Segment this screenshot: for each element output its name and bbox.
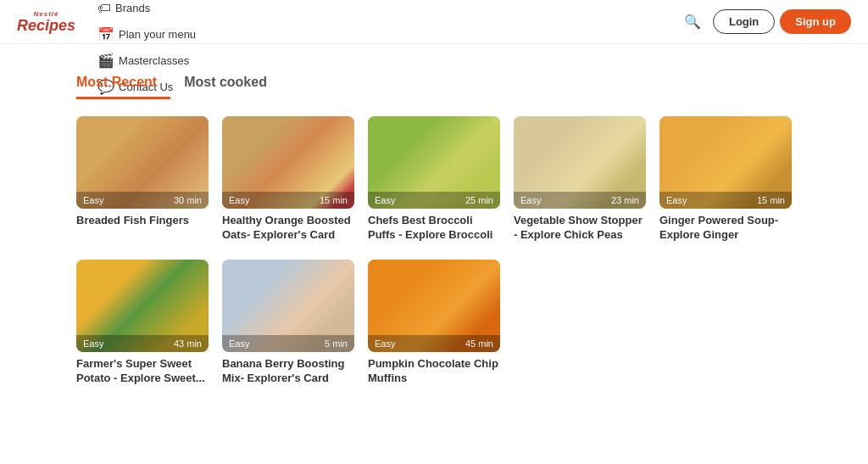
card-meta-broccoli-puffs: Easy 25 min bbox=[368, 192, 500, 209]
card-meta-banana-berry: Easy 5 min bbox=[222, 335, 354, 352]
card-title-banana-berry: Banana Berry Boosting Mix- Explorer's Ca… bbox=[222, 357, 354, 386]
card-difficulty-ginger-soup: Easy bbox=[666, 195, 687, 205]
card-difficulty-banana-berry: Easy bbox=[229, 338, 249, 349]
card-time-sweet-potato: 43 min bbox=[174, 338, 202, 349]
recipe-grid-row2: Easy 43 min Farmer's Super Sweet Potato … bbox=[76, 260, 792, 386]
recipe-card-fish-fingers[interactable]: Easy 30 min Breaded Fish Fingers bbox=[76, 116, 209, 243]
recipe-card-broccoli-puffs[interactable]: Easy 25 min Chefs Best Broccoli Puffs - … bbox=[368, 116, 500, 243]
nav-item-brands[interactable]: 🏷Brands bbox=[89, 0, 244, 21]
recipe-card-banana-berry[interactable]: Easy 5 min Banana Berry Boosting Mix- Ex… bbox=[222, 260, 354, 386]
nav-label-plan-menu: Plan your menu bbox=[119, 28, 196, 41]
search-button[interactable]: 🔍 bbox=[677, 8, 708, 35]
masterclasses-icon: 🎬 bbox=[97, 53, 114, 69]
card-image-ginger-soup: Easy 15 min bbox=[659, 116, 792, 209]
login-button[interactable]: Login bbox=[713, 9, 775, 34]
nav-label-brands: Brands bbox=[115, 2, 150, 14]
tab-most-cooked[interactable]: Most cooked bbox=[170, 70, 281, 99]
logo-recipes-text: Recipes bbox=[17, 18, 75, 33]
card-title-broccoli-puffs: Chefs Best Broccoli Puffs - Explore Broc… bbox=[368, 214, 500, 243]
tab-most-recent[interactable]: Most Recent bbox=[76, 70, 170, 99]
card-time-ginger-soup: 15 min bbox=[757, 195, 785, 205]
card-time-fish-fingers: 30 min bbox=[174, 195, 202, 205]
card-difficulty-sweet-potato: Easy bbox=[83, 338, 103, 349]
recipe-card-ginger-soup[interactable]: Easy 15 min Ginger Powered Soup- Explore… bbox=[659, 116, 792, 243]
card-difficulty-orange-oats: Easy bbox=[229, 195, 249, 205]
card-title-pumpkin-muffins: Pumpkin Chocolate Chip Muffins bbox=[368, 357, 500, 386]
card-title-ginger-soup: Ginger Powered Soup- Explore Ginger bbox=[659, 214, 792, 243]
card-time-pumpkin-muffins: 45 min bbox=[465, 338, 493, 349]
signup-button[interactable]: Sign up bbox=[780, 9, 851, 34]
recipe-grid-row1: Easy 30 min Breaded Fish Fingers Easy 15… bbox=[76, 116, 792, 243]
card-difficulty-chick-peas: Easy bbox=[520, 195, 541, 205]
card-difficulty-fish-fingers: Easy bbox=[83, 195, 103, 205]
card-title-chick-peas: Vegetable Show Stopper - Explore Chick P… bbox=[514, 214, 646, 243]
card-time-chick-peas: 23 min bbox=[611, 195, 639, 205]
card-time-orange-oats: 15 min bbox=[320, 195, 348, 205]
card-image-banana-berry: Easy 5 min bbox=[222, 260, 354, 352]
card-meta-orange-oats: Easy 15 min bbox=[222, 192, 354, 209]
card-image-orange-oats: Easy 15 min bbox=[222, 116, 354, 209]
nav-item-plan-menu[interactable]: 📅Plan your menu bbox=[89, 21, 244, 48]
card-meta-sweet-potato: Easy 43 min bbox=[76, 335, 209, 352]
card-title-sweet-potato: Farmer's Super Sweet Potato - Explore Sw… bbox=[76, 357, 209, 386]
card-title-fish-fingers: Breaded Fish Fingers bbox=[76, 214, 209, 228]
card-difficulty-broccoli-puffs: Easy bbox=[375, 195, 395, 205]
navbar: Nestlé Recipes 🍽Recipes🎓Cooking Tips and… bbox=[0, 0, 868, 44]
card-meta-ginger-soup: Easy 15 min bbox=[659, 192, 792, 209]
card-meta-fish-fingers: Easy 30 min bbox=[76, 192, 209, 209]
logo[interactable]: Nestlé Recipes bbox=[17, 10, 75, 33]
card-meta-pumpkin-muffins: Easy 45 min bbox=[368, 335, 500, 352]
card-image-fish-fingers: Easy 30 min bbox=[76, 116, 209, 209]
recipe-card-chick-peas[interactable]: Easy 23 min Vegetable Show Stopper - Exp… bbox=[514, 116, 646, 243]
card-meta-chick-peas: Easy 23 min bbox=[514, 192, 646, 209]
nav-label-masterclasses: Masterclasses bbox=[119, 54, 189, 67]
card-time-broccoli-puffs: 25 min bbox=[465, 195, 493, 205]
plan-menu-icon: 📅 bbox=[97, 26, 114, 42]
main-content: Most RecentMost cooked Easy 30 min Bread… bbox=[0, 44, 868, 420]
card-image-sweet-potato: Easy 43 min bbox=[76, 260, 209, 352]
recipe-card-pumpkin-muffins[interactable]: Easy 45 min Pumpkin Chocolate Chip Muffi… bbox=[368, 260, 500, 386]
brands-icon: 🏷 bbox=[97, 1, 111, 16]
recipe-card-orange-oats[interactable]: Easy 15 min Healthy Orange Boosted Oats-… bbox=[222, 116, 354, 243]
card-difficulty-pumpkin-muffins: Easy bbox=[375, 338, 395, 349]
card-image-pumpkin-muffins: Easy 45 min bbox=[368, 260, 500, 352]
card-image-chick-peas: Easy 23 min bbox=[514, 116, 646, 209]
card-image-broccoli-puffs: Easy 25 min bbox=[368, 116, 500, 209]
card-title-orange-oats: Healthy Orange Boosted Oats- Explorer's … bbox=[222, 214, 354, 243]
card-time-banana-berry: 5 min bbox=[325, 338, 348, 349]
recipe-tabs: Most RecentMost cooked bbox=[76, 70, 792, 99]
recipe-card-sweet-potato[interactable]: Easy 43 min Farmer's Super Sweet Potato … bbox=[76, 260, 209, 386]
